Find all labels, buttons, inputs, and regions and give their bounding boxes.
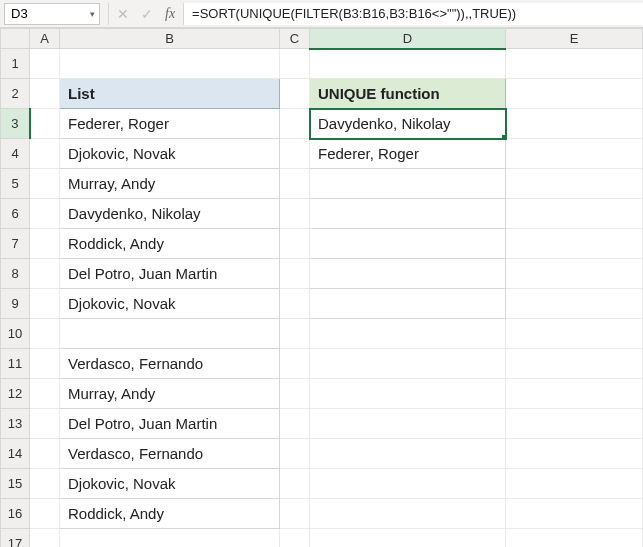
cell[interactable] xyxy=(506,109,643,139)
list-item[interactable]: Roddick, Andy xyxy=(60,229,280,259)
list-item[interactable]: Verdasco, Fernando xyxy=(60,349,280,379)
cell[interactable] xyxy=(280,289,310,319)
cell[interactable] xyxy=(280,169,310,199)
cell[interactable] xyxy=(310,529,506,548)
unique-item[interactable] xyxy=(310,259,506,289)
cell[interactable] xyxy=(30,139,60,169)
cell[interactable] xyxy=(310,379,506,409)
unique-item[interactable] xyxy=(310,229,506,259)
row-header-5[interactable]: 5 xyxy=(1,169,30,199)
list-item[interactable]: Del Potro, Juan Martin xyxy=(60,259,280,289)
row-header-12[interactable]: 12 xyxy=(1,379,30,409)
list-item[interactable]: Verdasco, Fernando xyxy=(60,439,280,469)
cell[interactable] xyxy=(506,49,643,79)
cell[interactable] xyxy=(280,409,310,439)
cell[interactable] xyxy=(30,319,60,349)
cell[interactable] xyxy=(310,349,506,379)
list-item[interactable]: Murray, Andy xyxy=(60,169,280,199)
unique-item[interactable] xyxy=(310,199,506,229)
cell[interactable] xyxy=(280,379,310,409)
cell[interactable] xyxy=(506,229,643,259)
row-header-10[interactable]: 10 xyxy=(1,319,30,349)
cell[interactable] xyxy=(280,319,310,349)
cell[interactable] xyxy=(280,349,310,379)
cell[interactable] xyxy=(280,259,310,289)
row-header-16[interactable]: 16 xyxy=(1,499,30,529)
col-header-C[interactable]: C xyxy=(280,29,310,49)
list-item[interactable]: Djokovic, Novak xyxy=(60,469,280,499)
row-header-13[interactable]: 13 xyxy=(1,409,30,439)
cell[interactable] xyxy=(506,139,643,169)
cell[interactable] xyxy=(30,259,60,289)
unique-header-cell[interactable]: UNIQUE function xyxy=(310,79,506,109)
row-header-7[interactable]: 7 xyxy=(1,229,30,259)
cell[interactable] xyxy=(30,289,60,319)
cell[interactable] xyxy=(506,379,643,409)
row-header-8[interactable]: 8 xyxy=(1,259,30,289)
row-header-3[interactable]: 3 xyxy=(1,109,30,139)
cell[interactable] xyxy=(280,199,310,229)
cell[interactable] xyxy=(280,79,310,109)
cell[interactable] xyxy=(30,409,60,439)
cell[interactable] xyxy=(506,439,643,469)
fill-handle[interactable] xyxy=(502,135,506,139)
col-header-D[interactable]: D xyxy=(310,29,506,49)
confirm-icon[interactable]: ✓ xyxy=(141,7,153,21)
cell[interactable] xyxy=(280,499,310,529)
col-header-E[interactable]: E xyxy=(506,29,643,49)
list-item[interactable]: Djokovic, Novak xyxy=(60,139,280,169)
cell[interactable] xyxy=(30,109,60,139)
cell[interactable] xyxy=(506,289,643,319)
cell[interactable] xyxy=(280,469,310,499)
list-item[interactable] xyxy=(60,319,280,349)
row-header-17[interactable]: 17 xyxy=(1,529,30,548)
row-header-15[interactable]: 15 xyxy=(1,469,30,499)
row-header-4[interactable]: 4 xyxy=(1,139,30,169)
name-box[interactable]: D3 ▾ xyxy=(4,3,100,25)
cell[interactable] xyxy=(506,469,643,499)
list-header-cell[interactable]: List xyxy=(60,79,280,109)
cell[interactable] xyxy=(30,229,60,259)
list-item[interactable]: Murray, Andy xyxy=(60,379,280,409)
cell[interactable] xyxy=(30,79,60,109)
cell[interactable] xyxy=(506,349,643,379)
cell[interactable] xyxy=(280,439,310,469)
select-all-corner[interactable] xyxy=(1,29,30,49)
cell[interactable] xyxy=(280,109,310,139)
cell[interactable] xyxy=(30,199,60,229)
cell[interactable] xyxy=(60,49,280,79)
cell[interactable] xyxy=(310,49,506,79)
list-item[interactable]: Roddick, Andy xyxy=(60,499,280,529)
cell[interactable] xyxy=(506,409,643,439)
grid[interactable]: A B C D E 1 2 List UNIQUE function 3 Fed… xyxy=(0,28,643,547)
cell[interactable] xyxy=(30,49,60,79)
cell[interactable] xyxy=(30,349,60,379)
unique-item[interactable] xyxy=(310,169,506,199)
cell[interactable] xyxy=(30,169,60,199)
cell[interactable] xyxy=(30,499,60,529)
formula-input[interactable]: =SORT(UNIQUE(FILTER(B3:B16,B3:B16<>"")),… xyxy=(184,3,643,25)
cell[interactable] xyxy=(60,529,280,548)
cell[interactable] xyxy=(506,259,643,289)
cell[interactable] xyxy=(310,439,506,469)
cell[interactable] xyxy=(310,469,506,499)
unique-item-active[interactable]: Davydenko, Nikolay xyxy=(310,109,506,139)
cell[interactable] xyxy=(310,409,506,439)
list-item[interactable]: Djokovic, Novak xyxy=(60,289,280,319)
cell[interactable] xyxy=(30,439,60,469)
cell[interactable] xyxy=(30,529,60,548)
cell[interactable] xyxy=(30,379,60,409)
col-header-A[interactable]: A xyxy=(30,29,60,49)
cell[interactable] xyxy=(506,499,643,529)
cancel-icon[interactable]: ✕ xyxy=(117,7,129,21)
name-box-dropdown-icon[interactable]: ▾ xyxy=(90,9,95,19)
unique-item[interactable] xyxy=(310,289,506,319)
unique-item[interactable]: Federer, Roger xyxy=(310,139,506,169)
cell[interactable] xyxy=(310,499,506,529)
list-item[interactable]: Davydenko, Nikolay xyxy=(60,199,280,229)
cell[interactable] xyxy=(30,469,60,499)
col-header-B[interactable]: B xyxy=(60,29,280,49)
fx-icon[interactable]: fx xyxy=(165,7,175,21)
cell[interactable] xyxy=(506,169,643,199)
cell[interactable] xyxy=(506,319,643,349)
